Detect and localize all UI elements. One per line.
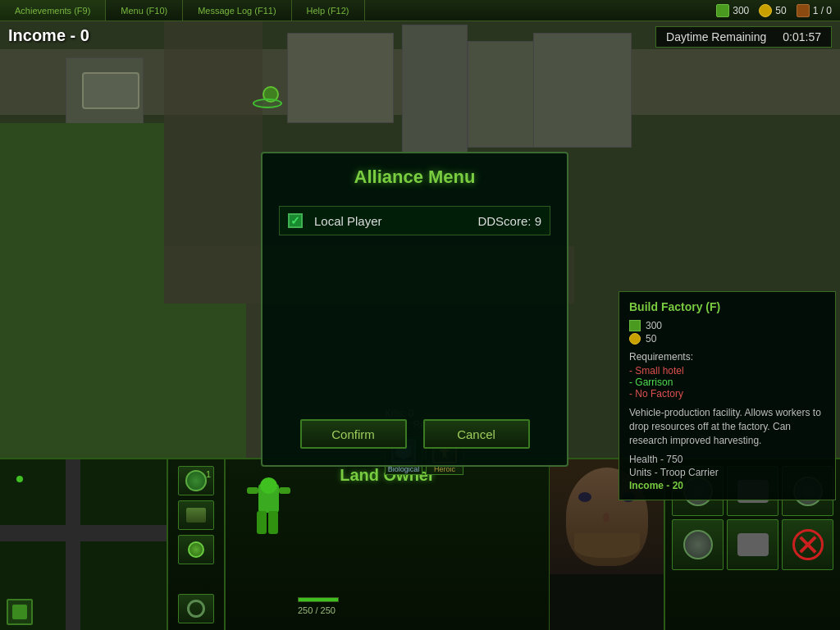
alliance-checkbox[interactable]: ✓ — [288, 213, 303, 228]
achievements-btn[interactable]: Achievements (F9) — [0, 0, 106, 21]
build-factory-description: Vehicle-production facility. Allows work… — [629, 406, 825, 447]
alliance-player-name: Local Player — [314, 214, 477, 228]
factory-units: Units - Troop Carrier — [629, 467, 825, 478]
minerals-resource: 300 — [716, 4, 749, 17]
unit-hp-text: 250 / 250 — [298, 605, 336, 615]
alliance-buttons: Confirm Cancel — [262, 411, 567, 465]
menu-btn[interactable]: Menu (F10) — [106, 0, 183, 21]
factory-health: Health - 750 — [629, 454, 825, 465]
unit-figure — [242, 476, 295, 546]
control-btn-2[interactable] — [178, 500, 214, 530]
req1: - Small hotel — [629, 365, 825, 377]
alliance-score: DDScore: 9 — [477, 214, 541, 228]
req3: - No Factory — [629, 388, 825, 399]
daytime-value: 0:01:57 — [783, 30, 821, 43]
cost-minerals-value: 300 — [646, 320, 662, 331]
minerals-cost-icon — [629, 320, 641, 331]
alliance-menu-modal: Alliance Menu ✓ Local Player DDScore: 9 … — [261, 152, 568, 467]
control-btn-4[interactable] — [178, 594, 214, 623]
cost-minerals-row: 300 — [629, 320, 825, 331]
supply-value: 1 / 0 — [813, 5, 832, 16]
requirements-label: Requirements: — [629, 351, 825, 363]
supply-icon — [797, 4, 810, 17]
cost-gas-value: 50 — [646, 333, 656, 345]
message-log-btn[interactable]: Message Log (F11) — [183, 0, 291, 21]
unit-panel: Land Owner Kills: 0 Rank: Recruit — [226, 459, 549, 630]
controls-panel: 1 — [168, 459, 226, 630]
skill-btn-5[interactable] — [727, 519, 778, 569]
build-factory-title: Build Factory (F) — [629, 300, 825, 313]
alliance-menu-title: Alliance Menu — [262, 153, 567, 198]
build-factory-panel: Build Factory (F) 300 50 Requirements: -… — [619, 291, 836, 500]
daytime-box: Daytime Remaining 0:01:57 — [655, 26, 832, 48]
cost-gas-row: 50 — [629, 333, 825, 345]
unit-hp-fill — [299, 598, 338, 601]
factory-income: Income - 20 — [629, 480, 825, 491]
control-btn-3[interactable] — [178, 535, 214, 564]
skill-icon-4 — [683, 530, 713, 559]
gas-cost-icon — [629, 333, 641, 345]
resources-display: 300 50 1 / 0 — [716, 4, 840, 17]
req2: - Garrison — [629, 377, 825, 388]
daytime-label: Daytime Remaining — [666, 30, 766, 43]
gas-resource: 50 — [759, 4, 786, 17]
no-icon — [792, 529, 824, 560]
skill-icon-5 — [737, 533, 769, 556]
skill-btn-4[interactable] — [672, 519, 724, 569]
minerals-value: 300 — [733, 5, 749, 16]
gas-icon — [759, 4, 772, 17]
supply-resource: 1 / 0 — [797, 4, 832, 17]
cancel-button[interactable]: Cancel — [423, 419, 530, 449]
top-bar: Achievements (F9) Menu (F10) Message Log… — [0, 0, 840, 21]
minerals-icon — [716, 4, 729, 17]
confirm-button[interactable]: Confirm — [300, 419, 407, 449]
skill-btn-no[interactable] — [782, 519, 833, 569]
alliance-player-list: ✓ Local Player DDScore: 9 — [262, 198, 567, 411]
unit-hp-bar — [298, 597, 339, 602]
help-btn[interactable]: Help (F12) — [292, 0, 365, 21]
gas-value: 50 — [775, 5, 786, 16]
minimap[interactable] — [0, 459, 168, 630]
badge-1: 1 — [206, 469, 211, 479]
income-label: Income - 0 — [8, 26, 89, 45]
alliance-player-row[interactable]: ✓ Local Player DDScore: 9 — [279, 206, 550, 235]
